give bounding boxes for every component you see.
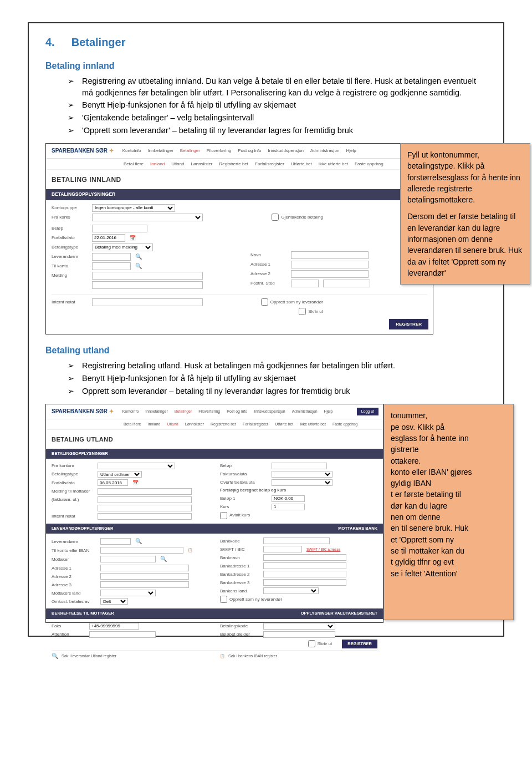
extra-input[interactable] — [98, 505, 192, 511]
subtab[interactable]: Betal flere — [124, 161, 144, 167]
subtab[interactable]: Ikke utførte bet — [300, 422, 326, 427]
register-button[interactable]: REGISTRER — [389, 319, 428, 329]
subtab[interactable]: Forfallsregister — [255, 161, 284, 167]
bankkode-input[interactable] — [263, 537, 330, 544]
adresse2-input[interactable] — [100, 573, 189, 580]
tab[interactable]: Hjelp — [324, 409, 333, 414]
tab[interactable]: Administrasjon — [310, 148, 339, 154]
belop-input[interactable] — [272, 463, 327, 469]
subtab[interactable]: Ikke utførte bet — [319, 161, 348, 167]
swift-input[interactable] — [263, 546, 302, 552]
mottakersland-select[interactable] — [100, 590, 156, 596]
subtab[interactable]: Faste oppdrag — [332, 422, 357, 427]
omkost-select[interactable]: Delt — [100, 598, 128, 605]
internt-input[interactable] — [92, 298, 203, 306]
fakturanr-input[interactable] — [98, 496, 192, 503]
tab[interactable]: Administrasjon — [292, 409, 318, 414]
tab[interactable]: Innskuddspensjon — [268, 148, 304, 154]
skrivut-checkbox[interactable]: Skriv ut — [299, 308, 323, 315]
belop-input[interactable] — [92, 225, 147, 232]
logout-button[interactable]: Logg ut — [357, 408, 378, 415]
subtab[interactable]: Utland — [171, 161, 184, 167]
navn-input[interactable] — [291, 251, 369, 259]
sted-input[interactable] — [323, 280, 370, 287]
gjentakende-checkbox[interactable]: Gjentakende betaling — [272, 214, 323, 221]
tab[interactable]: Innbetalinger — [148, 148, 173, 154]
tab[interactable]: Post og info — [238, 148, 261, 154]
faks-input[interactable] — [89, 623, 139, 630]
copy-icon[interactable]: 📋 — [188, 547, 193, 553]
opprett-checkbox[interactable]: Opprett som ny leverandør — [261, 298, 323, 306]
fakturavaluta-select[interactable] — [272, 471, 332, 478]
search-icon[interactable]: 🔍 — [160, 555, 167, 563]
avtalt-checkbox[interactable]: Avtalt kurs — [220, 512, 250, 519]
betalingstype-select[interactable]: Betaling med melding — [92, 244, 153, 251]
tab[interactable]: Filoverføring — [207, 148, 231, 154]
tab[interactable]: Innskuddspensjon — [254, 409, 285, 414]
mottaker-input[interactable] — [100, 556, 156, 562]
subtab[interactable]: Forfallsregister — [243, 422, 268, 427]
attention-input[interactable] — [89, 631, 156, 638]
copy-icon[interactable]: 📋 — [220, 653, 225, 659]
search-link[interactable]: Søk i bankens IBAN register — [228, 653, 277, 659]
melding-input-2[interactable] — [92, 281, 203, 289]
bankadr2-input[interactable] — [263, 571, 346, 577]
search-icon[interactable]: 🔍 — [135, 253, 142, 261]
banknavn-input[interactable] — [263, 554, 346, 561]
tab[interactable]: Kontoinfo — [122, 148, 141, 154]
kurs-input[interactable] — [272, 504, 305, 510]
calendar-icon[interactable]: 📅 — [130, 235, 136, 242]
adresse1-input[interactable] — [100, 565, 189, 571]
subtab[interactable]: Lønnslister — [185, 422, 204, 427]
betalingskode-select[interactable] — [263, 623, 335, 630]
tab[interactable]: Kontoinfo — [122, 409, 139, 414]
skrivut-checkbox[interactable]: Skriv ut — [308, 640, 332, 647]
frakonto-select[interactable] — [92, 214, 203, 221]
bankensland-select[interactable] — [263, 587, 319, 594]
subtab[interactable]: Faste oppdrag — [355, 161, 383, 167]
belopgjelder-input[interactable] — [263, 631, 335, 638]
tab[interactable]: Innbetalinger — [145, 409, 167, 414]
forfall-input[interactable] — [92, 234, 125, 242]
search-link[interactable]: Søk i leverandør Utland register — [62, 653, 116, 659]
tab[interactable]: Post og info — [227, 409, 247, 414]
bankadr3-input[interactable] — [263, 579, 346, 586]
belop1-input[interactable] — [272, 495, 305, 502]
tilkonto-input[interactable] — [100, 547, 183, 554]
register-button[interactable]: REGISTRER — [342, 640, 377, 649]
tab-active[interactable]: Betalinger — [175, 409, 192, 414]
kontogruppe-select[interactable]: Ingen kontogruppe - alle konti — [92, 204, 175, 212]
tab-active[interactable]: Betalinger — [180, 148, 200, 154]
leverandornr-input[interactable] — [92, 253, 131, 261]
subtab[interactable]: Lønnslister — [191, 161, 212, 167]
subtab[interactable]: Registrerte bet — [211, 422, 236, 427]
adresse1-input[interactable] — [291, 261, 369, 268]
leverandornr-input[interactable] — [100, 538, 131, 545]
forfall-input[interactable] — [98, 479, 128, 486]
opprett-checkbox[interactable]: Opprett som ny leverandør — [220, 596, 282, 603]
overforselsvaluta-select[interactable] — [272, 479, 332, 486]
betalingstype-select[interactable]: Utland ordinær — [98, 471, 142, 478]
tab[interactable]: Filoverføring — [198, 409, 220, 414]
adresse2-input[interactable] — [291, 270, 369, 278]
search-icon[interactable]: 🔍 — [135, 262, 142, 270]
subtab-active[interactable]: Innland — [150, 161, 165, 167]
tilkonto-input[interactable] — [92, 262, 131, 270]
postnr-input[interactable] — [291, 280, 319, 287]
tab[interactable]: Hjelp — [346, 148, 356, 154]
subtab[interactable]: Innland — [148, 422, 161, 427]
internt-input[interactable] — [98, 513, 192, 520]
subtab[interactable]: Betal flere — [124, 422, 141, 427]
adresse3-input[interactable] — [100, 581, 189, 588]
search-icon[interactable]: 🔍 — [135, 537, 142, 545]
swift-link[interactable]: SWIFT / BIC adresse — [306, 547, 340, 552]
frakontonr-select[interactable] — [98, 463, 175, 469]
melding-input[interactable] — [92, 272, 203, 280]
subtab[interactable]: Utførte bet — [275, 422, 293, 427]
melding-input[interactable] — [98, 488, 192, 495]
subtab[interactable]: Utførte bet — [291, 161, 312, 167]
search-icon[interactable]: 🔍 — [52, 652, 58, 659]
bankadr1-input[interactable] — [263, 562, 346, 569]
calendar-icon[interactable]: 📅 — [132, 479, 139, 486]
subtab[interactable]: Registrerte bet — [219, 161, 248, 167]
